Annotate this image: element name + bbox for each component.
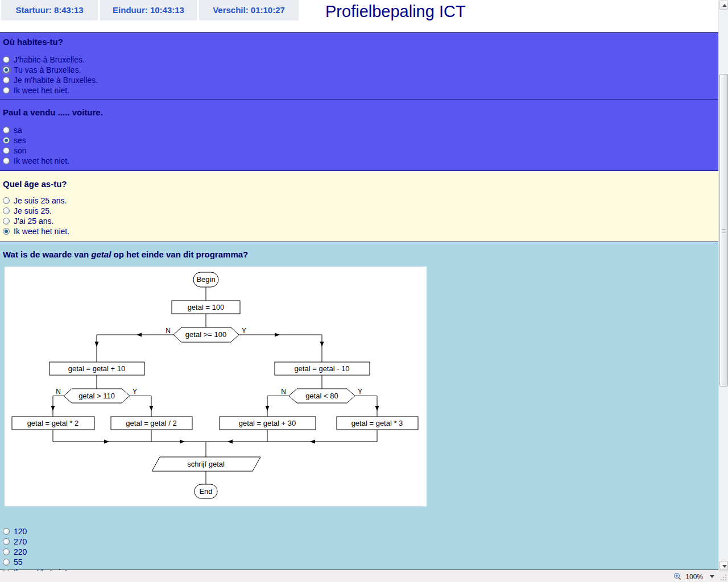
flow-line bbox=[97, 335, 173, 362]
decision-right-label: getal < 80 bbox=[305, 392, 338, 400]
radio-option-label[interactable]: sa bbox=[14, 126, 22, 135]
radio-option[interactable]: J'ai 25 ans. bbox=[3, 216, 718, 226]
radio-option[interactable]: Ik weet het niet. bbox=[3, 226, 718, 236]
radio-option[interactable]: Je suis 25. bbox=[3, 206, 718, 216]
radio-option-label[interactable]: J'habite à Bruxelles. bbox=[14, 55, 85, 64]
arrowhead-down bbox=[266, 406, 270, 411]
scroll-up-arrow-icon bbox=[722, 4, 727, 7]
result-3-label: getal = getal + 30 bbox=[239, 419, 296, 427]
radio-option-label[interactable]: Ik weet het niet. bbox=[14, 227, 69, 236]
zoom-dropdown-arrow-icon[interactable] bbox=[710, 575, 714, 578]
radio-button-icon[interactable] bbox=[3, 66, 10, 73]
output-label: schrijf getal bbox=[187, 460, 225, 468]
radio-option-label[interactable]: J'ai 25 ans. bbox=[14, 217, 53, 226]
radio-button-icon[interactable] bbox=[3, 218, 10, 225]
window-resize-grip-icon[interactable] bbox=[721, 575, 726, 580]
radio-option-label[interactable]: 220 bbox=[14, 547, 27, 556]
decision-main-label: getal >= 100 bbox=[185, 330, 226, 339]
arrowhead-right bbox=[180, 440, 185, 444]
radio-option[interactable]: ses bbox=[3, 135, 718, 146]
radio-option[interactable]: Ik weet het niet. bbox=[3, 85, 718, 95]
radio-option[interactable]: 220 bbox=[3, 547, 69, 557]
radio-option-label[interactable]: Je suis 25. bbox=[14, 206, 52, 215]
quiz-page: Startuur: 8:43:13 Einduur: 10:43:13 Vers… bbox=[0, 0, 728, 582]
end-label: End bbox=[199, 487, 212, 496]
flowchart-image: Begin getal = 100 getal >= 100 N Y getal… bbox=[5, 267, 427, 506]
question-4-options: 120 270 220 55 Ik weet het niet. bbox=[3, 526, 69, 577]
assign-right-label: getal = getal - 10 bbox=[294, 364, 349, 373]
question-section-3: Quel âge as-tu? Je suis 25 ans. Je suis … bbox=[0, 171, 718, 242]
begin-label: Begin bbox=[196, 275, 215, 284]
flow-line bbox=[355, 396, 377, 417]
radio-option-label[interactable]: Ik weet het niet. bbox=[14, 86, 69, 95]
radio-option[interactable]: son bbox=[3, 146, 718, 156]
scroll-down-arrow-icon bbox=[722, 565, 727, 568]
zoom-magnifier-icon bbox=[673, 572, 682, 581]
heading-italic-term: getal bbox=[91, 250, 111, 259]
radio-button-icon[interactable] bbox=[3, 228, 10, 235]
result-4-label: getal = getal * 3 bbox=[351, 419, 403, 427]
vertical-scrollbar[interactable] bbox=[718, 0, 728, 571]
no-branch-label: N bbox=[166, 327, 171, 335]
radio-button-icon[interactable] bbox=[3, 56, 10, 63]
radio-option-label[interactable]: Ik weet het niet. bbox=[14, 156, 69, 165]
radio-button-icon[interactable] bbox=[3, 197, 10, 204]
scrollbar-grip-icon bbox=[722, 229, 726, 232]
radio-button-icon[interactable] bbox=[3, 157, 10, 164]
radio-button-icon[interactable] bbox=[3, 127, 10, 134]
heading-text: op het einde van dit programma? bbox=[111, 250, 248, 259]
start-time-box: Startuur: 8:43:13 bbox=[1, 0, 98, 20]
question-2-heading: Paul a vendu ..... voiture. bbox=[3, 99, 718, 117]
radio-option[interactable]: sa bbox=[3, 125, 718, 135]
radio-option[interactable]: 270 bbox=[3, 537, 69, 547]
arrowhead-left bbox=[228, 440, 233, 444]
radio-option-label[interactable]: Tu vas à Bruxelles. bbox=[14, 65, 81, 74]
radio-option[interactable]: Je suis 25 ans. bbox=[3, 196, 718, 206]
zoom-control[interactable]: 100% bbox=[673, 571, 714, 582]
radio-option[interactable]: 55 bbox=[3, 557, 69, 567]
radio-button-icon[interactable] bbox=[3, 137, 10, 144]
question-section-1: Où habites-tu? J'habite à Bruxelles. Tu … bbox=[0, 32, 718, 99]
radio-option[interactable]: 120 bbox=[3, 526, 69, 537]
radio-option[interactable]: Tu vas à Bruxelles. bbox=[3, 65, 718, 75]
arrowhead-down bbox=[320, 342, 324, 347]
yes-branch-label: Y bbox=[358, 388, 362, 396]
radio-option-label[interactable]: son bbox=[14, 146, 27, 155]
radio-button-icon[interactable] bbox=[3, 538, 10, 545]
radio-option-label[interactable]: 270 bbox=[14, 537, 27, 546]
question-3-options: Je suis 25 ans. Je suis 25. J'ai 25 ans.… bbox=[3, 196, 718, 236]
scrollbar-thumb[interactable] bbox=[719, 74, 728, 386]
radio-option-label[interactable]: 120 bbox=[14, 527, 27, 536]
radio-button-icon[interactable] bbox=[3, 207, 10, 214]
arrowhead-down bbox=[150, 406, 154, 411]
flow-line bbox=[267, 396, 289, 417]
no-branch-label: N bbox=[56, 388, 61, 396]
radio-button-icon[interactable] bbox=[3, 87, 10, 94]
arrowhead-down bbox=[95, 342, 99, 347]
scroll-up-button[interactable] bbox=[719, 1, 728, 10]
arrowhead-right bbox=[275, 333, 280, 337]
radio-button-icon[interactable] bbox=[3, 147, 10, 154]
radio-button-icon[interactable] bbox=[3, 559, 10, 566]
radio-option[interactable]: Ik weet het niet. bbox=[3, 156, 718, 166]
question-3-heading: Quel âge as-tu? bbox=[3, 171, 718, 189]
question-4-heading: Wat is de waarde van getal op het einde … bbox=[3, 242, 718, 259]
question-2-options: sa ses son Ik weet het niet. bbox=[3, 125, 718, 166]
radio-option[interactable]: J'habite à Bruxelles. bbox=[3, 55, 718, 65]
radio-option-label[interactable]: 55 bbox=[14, 558, 23, 567]
flowchart-panel: Begin getal = 100 getal >= 100 N Y getal… bbox=[5, 267, 427, 506]
heading-text: Wat is de waarde van bbox=[3, 250, 91, 259]
radio-option-label[interactable]: ses bbox=[14, 136, 26, 145]
no-branch-label: N bbox=[281, 388, 286, 396]
result-1-label: getal = getal * 2 bbox=[27, 419, 79, 427]
radio-button-icon[interactable] bbox=[3, 77, 10, 84]
radio-option-label[interactable]: Je m'habite à Bruxelles. bbox=[14, 76, 98, 85]
arrowhead-down bbox=[375, 406, 379, 411]
question-1-heading: Où habites-tu? bbox=[3, 33, 718, 47]
radio-option-label[interactable]: Je suis 25 ans. bbox=[14, 196, 67, 205]
assign-left-label: getal = getal + 10 bbox=[68, 364, 125, 373]
radio-button-icon[interactable] bbox=[3, 528, 10, 535]
scroll-down-button[interactable] bbox=[719, 561, 728, 570]
radio-button-icon[interactable] bbox=[3, 548, 10, 555]
radio-option[interactable]: Je m'habite à Bruxelles. bbox=[3, 75, 718, 85]
